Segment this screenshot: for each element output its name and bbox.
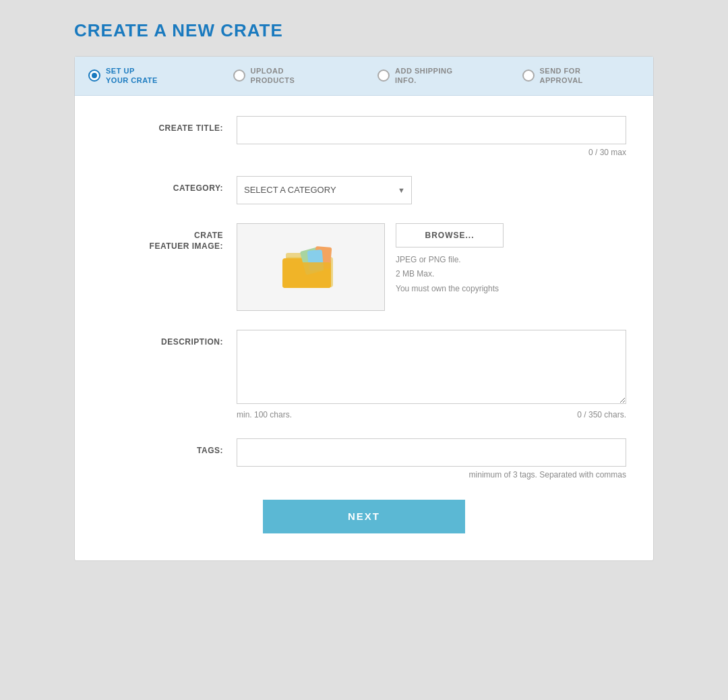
description-control: min. 100 chars. 0 / 350 chars. <box>237 330 626 419</box>
tags-input[interactable] <box>237 438 626 467</box>
browse-button[interactable]: BROWSE... <box>396 223 504 247</box>
image-upload-row: BROWSE... JPEG or PNG file. 2 MB Max. Yo… <box>237 223 626 311</box>
create-title-char-count: 0 / 30 max <box>237 148 626 157</box>
step-label-shipping: ADD SHIPPINGINFO. <box>395 66 452 86</box>
description-meta: min. 100 chars. 0 / 350 chars. <box>237 410 626 419</box>
page-wrapper: CREATE A NEW CRATE SET UPYOUR CRATE UPLO… <box>74 20 654 561</box>
crate-image-row: CRATEFEATUER IMAGE: <box>102 223 626 311</box>
svg-rect-6 <box>282 262 331 288</box>
step-label-setup: SET UPYOUR CRATE <box>106 66 158 86</box>
upload-hint-size: 2 MB Max. <box>396 267 504 282</box>
step-circle-setup <box>88 69 100 82</box>
step-upload[interactable]: UPLOADPRODUCTS <box>220 57 365 95</box>
description-label: DESCRIPTION: <box>102 330 237 348</box>
description-row: DESCRIPTION: min. 100 chars. 0 / 350 cha… <box>102 330 626 419</box>
category-control: SELECT A CATEGORY Art Books Electronics … <box>237 176 626 204</box>
form-body: CREATE TITLE: 0 / 30 max CATEGORY: SELEC… <box>75 96 653 560</box>
desc-char-count: 0 / 350 chars. <box>577 410 626 419</box>
steps-header: SET UPYOUR CRATE UPLOADPRODUCTS ADD SHIP… <box>75 57 653 96</box>
upload-hint-jpeg: JPEG or PNG file. <box>396 253 504 268</box>
create-title-row: CREATE TITLE: 0 / 30 max <box>102 116 626 157</box>
create-title-input[interactable] <box>237 116 626 144</box>
tags-control: minimum of 3 tags. Separated with commas <box>237 438 626 479</box>
crate-image-control: BROWSE... JPEG or PNG file. 2 MB Max. Yo… <box>237 223 626 311</box>
next-button-row: NEXT <box>102 500 626 533</box>
category-select-wrapper: SELECT A CATEGORY Art Books Electronics … <box>237 176 412 204</box>
form-card: SET UPYOUR CRATE UPLOADPRODUCTS ADD SHIP… <box>74 56 654 561</box>
create-title-control: 0 / 30 max <box>237 116 626 157</box>
step-approval[interactable]: SEND FORAPPROVAL <box>509 57 654 95</box>
tags-row: TAGS: minimum of 3 tags. Separated with … <box>102 438 626 479</box>
tags-hint: minimum of 3 tags. Separated with commas <box>237 470 626 479</box>
step-circle-shipping <box>377 69 390 82</box>
folder-icon <box>282 243 340 291</box>
category-select[interactable]: SELECT A CATEGORY Art Books Electronics … <box>237 176 412 204</box>
upload-hint-copyright: You must own the copyrights <box>396 282 504 297</box>
page-title: CREATE A NEW CRATE <box>74 20 654 41</box>
tags-label: TAGS: <box>102 438 237 457</box>
step-shipping[interactable]: ADD SHIPPINGINFO. <box>364 57 509 95</box>
category-row: CATEGORY: SELECT A CATEGORY Art Books El… <box>102 176 626 204</box>
upload-info: BROWSE... JPEG or PNG file. 2 MB Max. Yo… <box>396 223 504 297</box>
create-title-label: CREATE TITLE: <box>102 116 237 134</box>
step-setup[interactable]: SET UPYOUR CRATE <box>75 57 220 95</box>
step-label-approval: SEND FORAPPROVAL <box>540 66 583 86</box>
next-button[interactable]: NEXT <box>263 500 465 533</box>
crate-image-label: CRATEFEATUER IMAGE: <box>102 223 237 253</box>
image-preview-box <box>237 223 385 311</box>
category-label: CATEGORY: <box>102 176 237 194</box>
step-label-upload: UPLOADPRODUCTS <box>251 66 295 86</box>
desc-min-hint: min. 100 chars. <box>237 410 292 419</box>
step-circle-approval <box>522 69 535 82</box>
step-circle-upload <box>233 69 245 82</box>
upload-hints: JPEG or PNG file. 2 MB Max. You must own… <box>396 253 504 297</box>
description-input[interactable] <box>237 330 626 404</box>
